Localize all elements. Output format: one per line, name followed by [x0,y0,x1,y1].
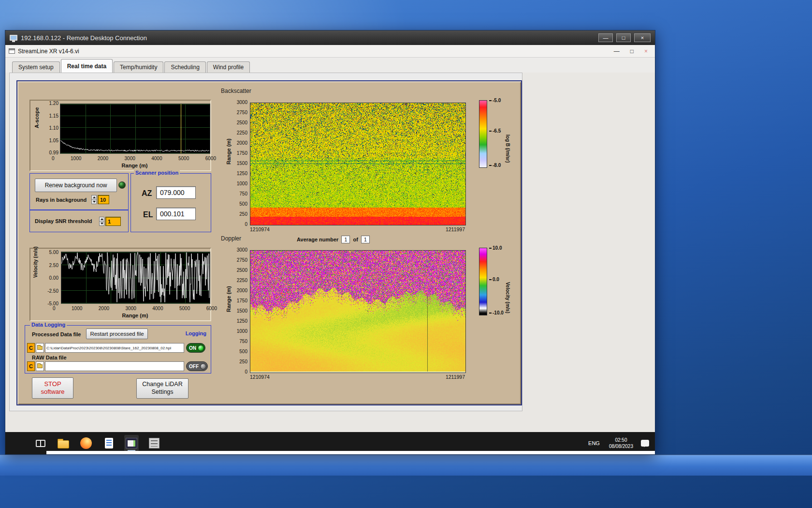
renew-background-led [118,181,126,189]
rays-spinner[interactable] [91,195,97,204]
language-indicator[interactable]: ENG [585,438,603,448]
velocity-plot[interactable] [61,252,210,304]
document-app-icon[interactable] [102,435,116,451]
tab-wind-profile[interactable]: Wind profile [207,61,250,73]
backscatter-colorbar[interactable] [479,100,487,168]
doppler-colorbar[interactable] [479,248,487,315]
streamline-app-icon[interactable] [124,435,139,451]
backscatter-plot[interactable] [250,103,466,225]
folder-icon [37,346,43,350]
renew-background-button[interactable]: Renew background now [35,179,117,192]
firefox-glyph [80,437,92,449]
clock[interactable]: 02:50 08/08/2023 [609,437,633,450]
average-number-input[interactable]: 1 [341,236,350,243]
tick-label: 3000 [126,306,136,312]
data-logging-group: Data Logging Processed Data file Restart… [25,325,211,374]
tick-label: 750 [239,339,247,344]
toggle-led [198,345,204,351]
scan-scheduler-glyph [149,438,160,448]
tab-system-setup[interactable]: System setup [12,61,60,73]
tick-label: 0.99 [49,150,58,156]
doppler-x-start: 1210974 [250,374,270,380]
notification-icon[interactable] [641,440,649,447]
ascope-graph-frame: 1.20 1.15 1.10 1.05 0.99 A-scope 0 1000 … [29,100,211,171]
tick-label: 6000 [206,306,217,312]
data-logging-title: Data Logging [30,322,67,328]
time: 02:50 [609,437,633,444]
bottom-white-strip [46,451,655,454]
app-titlebar[interactable]: StreamLine XR v14-6.vi — □ × [5,45,655,58]
folder-glyph [58,440,69,448]
drive-selector[interactable]: C [27,343,35,353]
tab-temp-humidity[interactable]: Temp/humidity [114,61,163,73]
app-close-button[interactable]: × [644,48,648,55]
drive-selector[interactable]: C [27,361,35,371]
tick-label: 4000 [152,306,163,312]
raw-logging-toggle[interactable]: OFF [186,361,208,371]
app-window-buttons: — □ × [614,48,652,55]
average-total-input[interactable]: 1 [361,236,370,243]
ascope-y-axis: 1.20 1.15 1.10 1.05 0.99 [43,101,58,156]
tick-label: 0 [52,156,55,162]
file-explorer-icon[interactable] [56,435,71,451]
tick-label: 1.05 [49,138,58,144]
tick-label: 2000 [237,288,247,294]
desktop-glow-band [0,455,812,476]
minimize-button[interactable]: — [598,33,613,42]
app-minimize-button[interactable]: — [614,48,620,55]
task-view-icon[interactable] [33,435,48,451]
doppler-plot[interactable] [250,250,466,373]
elevation-label: EL [143,210,153,219]
change-lidar-settings-button[interactable]: Change LiDAR Settings [136,378,188,399]
tick-label: 2500 [237,120,247,126]
maximize-button[interactable]: □ [616,33,631,42]
processed-logging-toggle[interactable]: ON [186,343,205,353]
background-controls-group: Renew background now Rays in background … [29,173,129,210]
browse-folder-button[interactable] [36,361,44,371]
close-button[interactable]: × [634,33,651,42]
tick-label: 2250 [237,130,247,136]
toggle-label: OFF [188,364,199,369]
velocity-x-axis: 0 1000 2000 3000 4000 5000 6000 [53,306,217,312]
toggle-label: ON [188,345,196,351]
snr-spinner[interactable] [99,217,104,226]
stop-software-button[interactable]: STOP software [32,377,73,399]
backscatter-x-start: 1210974 [250,226,270,232]
tick-label: 5000 [179,306,190,312]
scan-scheduler-icon[interactable] [147,435,161,451]
tick-label: 4000 [151,156,162,162]
processed-file-path-input[interactable] [45,343,184,353]
firefox-icon[interactable] [79,435,93,451]
tab-scheduling[interactable]: Scheduling [164,61,205,73]
elevation-value[interactable]: 000.101 [156,208,196,220]
rdp-window: 192.168.0.122 - Remote Desktop Connectio… [5,30,655,455]
of-label: of [353,237,358,242]
tick-label: 2000 [98,156,108,162]
ascope-plot[interactable] [60,104,210,154]
processed-file-row: C ON [27,343,205,353]
snr-value[interactable]: 1 [105,217,121,226]
doppler-y-axis: 3000 2750 2500 2250 2000 1750 1500 1250 … [231,247,247,375]
task-view-glyph [36,440,45,447]
velocity-graph-frame: 5.00 2.50 0.00 -2.50 -5.00 Velocity (m/s… [29,248,211,321]
rdp-titlebar[interactable]: 192.168.0.122 - Remote Desktop Connectio… [5,30,655,45]
browse-folder-button[interactable] [36,343,44,353]
tab-real-time-data[interactable]: Real time data [61,59,113,73]
rays-value[interactable]: 10 [98,195,109,204]
tick-label: 0 [245,222,247,227]
folder-icon [37,364,43,368]
restart-processed-file-button[interactable]: Restart processed file [86,329,148,339]
tick-label: 5000 [178,156,189,162]
tick-label: 3000 [125,156,135,162]
scanner-position-group: Scanner position AZ 079.000 EL 000.101 [130,173,211,232]
date: 08/08/2023 [609,443,633,450]
backscatter-title: Backscatter [221,88,251,94]
azimuth-value[interactable]: 079.000 [156,186,196,199]
app-maximize-button[interactable]: □ [630,48,634,55]
colorbar-tick: 0.0 [489,277,499,282]
remote-desktop-icon [10,35,17,41]
tick-label: 6000 [205,156,216,162]
velocity-x-axis-label: Range (m) [61,313,209,318]
raw-file-path-input[interactable] [45,361,184,371]
colorbar-tick: -10.0 [489,310,504,315]
